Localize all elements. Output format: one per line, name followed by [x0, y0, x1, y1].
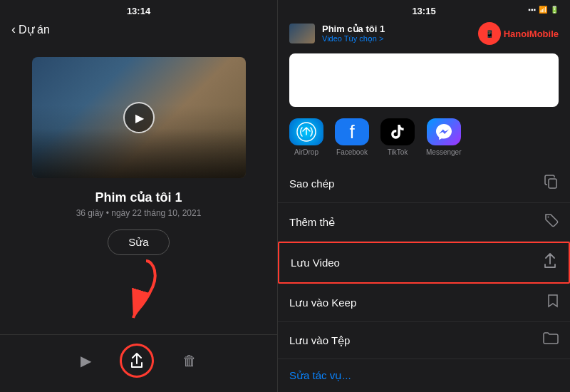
airdrop-label: AirDrop — [294, 148, 318, 156]
right-header: Phim của tôi 1 Video Tùy chọn > 📱 HanoiM… — [278, 19, 570, 51]
copy-icon — [544, 175, 559, 192]
messenger-label: Messenger — [426, 148, 461, 156]
play-button[interactable] — [123, 102, 155, 133]
brand-area: 📱 HanoiMobile — [478, 22, 559, 45]
project-meta: 36 giây • ngày 22 tháng 10, 2021 — [76, 208, 202, 218]
hanoi-logo: 📱 — [478, 22, 501, 45]
wifi-icon: 📶 — [539, 6, 547, 14]
status-bar-right: 13:15 ▪▪▪ 📶 🔋 — [278, 0, 570, 19]
red-arrow — [110, 254, 167, 328]
action-save-keep[interactable]: Lưu vào Keep — [278, 284, 570, 322]
battery-icon: 🔋 — [550, 6, 559, 14]
header-info: Phim của tôi 1 Video Tùy chọn > — [322, 24, 471, 43]
brand-text: HanoiMobile — [504, 29, 559, 39]
share-preview — [289, 53, 559, 107]
back-label: Dự án — [19, 23, 50, 36]
time-left: 13:14 — [127, 6, 150, 16]
right-panel: 13:15 ▪▪▪ 📶 🔋 Phim của tôi 1 Video Tùy c… — [278, 0, 570, 392]
share-button[interactable] — [120, 344, 154, 378]
tiktok-label: TikTok — [388, 148, 408, 156]
svg-text:📱: 📱 — [485, 29, 494, 38]
bookmark-icon — [547, 294, 559, 311]
play-icon[interactable]: ▶ — [81, 352, 91, 369]
action-save-keep-label: Lưu vào Keep — [289, 296, 356, 309]
airdrop-icon — [289, 118, 323, 145]
tiktok-icon — [380, 118, 415, 145]
folder-icon — [543, 332, 559, 349]
video-thumbnail[interactable] — [32, 57, 246, 178]
action-save-file[interactable]: Lưu vào Tệp — [278, 322, 570, 359]
app-facebook[interactable]: f Facebook — [335, 118, 369, 156]
action-save-video-label: Lưu Video — [291, 257, 340, 269]
signal-icon: ▪▪▪ — [528, 6, 536, 14]
header-sub[interactable]: Video Tùy chọn > — [322, 34, 471, 43]
city-overlay — [32, 128, 246, 178]
trash-icon[interactable]: 🗑 — [182, 353, 197, 369]
header-title: Phim của tôi 1 — [322, 24, 471, 34]
bottom-bar: ▶ 🗑 — [0, 334, 277, 392]
project-title: Phim của tôi 1 — [95, 190, 182, 205]
action-list: Sao chép Thêm thẻ Lưu Video — [278, 165, 570, 392]
save-video-icon — [543, 253, 557, 272]
chevron-left-icon: ‹ — [11, 22, 16, 37]
facebook-label: Facebook — [336, 148, 368, 156]
app-airdrop[interactable]: AirDrop — [289, 118, 323, 156]
svg-point-5 — [548, 217, 549, 218]
action-add-tag-label: Thêm thẻ — [289, 216, 335, 229]
edit-button[interactable]: Sửa — [108, 229, 169, 255]
app-icons-row: AirDrop f Facebook TikTok Messenger — [278, 110, 570, 162]
action-copy[interactable]: Sao chép — [278, 165, 570, 203]
app-messenger[interactable]: Messenger — [426, 118, 461, 156]
facebook-icon: f — [335, 118, 369, 145]
action-save-file-label: Lưu vào Tệp — [289, 334, 350, 347]
status-bar-left: 13:14 — [0, 0, 277, 19]
left-panel: 13:14 ‹ Dự án Phim của tôi 1 36 giây • n… — [0, 0, 278, 392]
action-add-tag[interactable]: Thêm thẻ — [278, 203, 570, 242]
app-tiktok[interactable]: TikTok — [380, 118, 415, 156]
action-edit-tasks[interactable]: Sửa tác vụ... — [278, 359, 570, 392]
action-save-video[interactable]: Lưu Video — [278, 242, 570, 284]
tag-icon — [544, 213, 559, 231]
header-thumbnail — [289, 24, 315, 43]
status-icons: ▪▪▪ 📶 🔋 — [528, 6, 559, 14]
nav-bar-left: ‹ Dự án — [0, 19, 277, 43]
messenger-icon — [427, 118, 461, 145]
action-copy-label: Sao chép — [289, 177, 334, 190]
svg-rect-4 — [549, 179, 556, 188]
time-right: 13:15 — [412, 6, 435, 16]
back-button[interactable]: ‹ Dự án — [11, 22, 266, 37]
